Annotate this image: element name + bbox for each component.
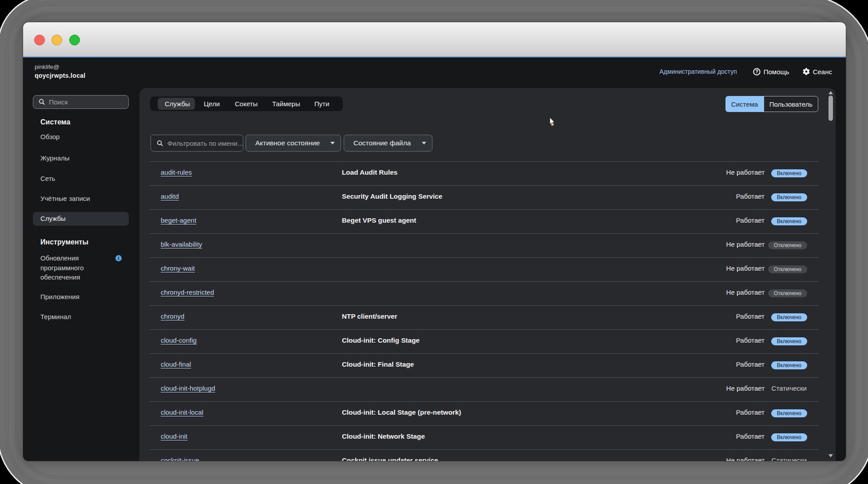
svg-text:?: ? — [755, 69, 758, 74]
